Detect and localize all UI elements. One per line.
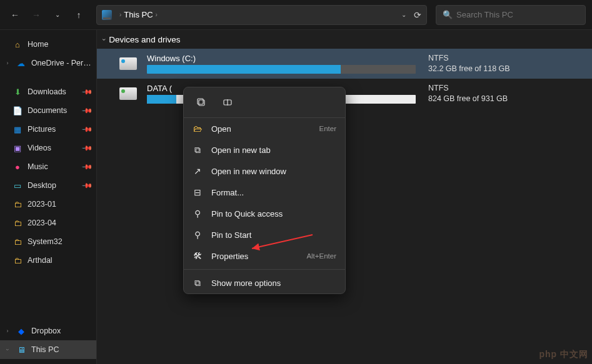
sidebar-item-music[interactable]: ● Music 📌 (0, 157, 96, 176)
chevron-right-icon: › (119, 11, 121, 18)
context-item-open[interactable]: 🗁 Open Enter (184, 118, 345, 139)
sidebar-item-label: Dropbox (31, 327, 61, 335)
context-item-pin-quick-access[interactable]: ⚲ Pin to Quick access (184, 203, 345, 224)
drive-row-windows-c[interactable]: Windows (C:) NTFS 32.2 GB free of 118 GB (97, 49, 592, 79)
drive-meta: NTFS 824 GB free of 931 GB (428, 83, 508, 105)
nav-back-button[interactable]: ← (6, 6, 24, 24)
separator (184, 269, 345, 270)
group-header-devices[interactable]: › Devices and drives (97, 30, 592, 49)
context-item-open-new-window[interactable]: ↗ Open in new window (184, 160, 345, 182)
context-item-pin-start[interactable]: ⚲ Pin to Start (184, 224, 345, 245)
search-icon: 🔍 (443, 10, 453, 19)
context-item-label: Properties (211, 252, 248, 261)
drive-name: Windows (C:) (147, 54, 416, 63)
watermark: php 中文网 (539, 349, 588, 360)
sidebar-item-downloads[interactable]: ⬇ Downloads 📌 (0, 82, 96, 101)
drive-filesystem: NTFS (428, 83, 508, 94)
pictures-icon: ▦ (13, 124, 23, 134)
sidebar-item-pictures[interactable]: ▦ Pictures 📌 (0, 120, 96, 139)
format-icon: ⊟ (193, 187, 203, 197)
context-item-label: Pin to Quick access (211, 209, 283, 219)
context-item-shortcut: Alt+Enter (306, 252, 336, 260)
sidebar-item-label: Documents (28, 106, 67, 115)
refresh-button[interactable]: ⟳ (414, 10, 421, 20)
drive-meta: NTFS 32.2 GB free of 118 GB (428, 53, 510, 75)
sidebar-item-label: Pictures (28, 125, 56, 134)
context-item-properties[interactable]: 🛠 Properties Alt+Enter (184, 245, 345, 267)
copy-icon (196, 97, 206, 107)
address-bar[interactable]: › This PC › ⌄ ⟳ (96, 5, 427, 25)
sidebar-item-label: Downloads (28, 87, 66, 96)
sidebar-item-onedrive[interactable]: › ☁ OneDrive - Perso (0, 54, 96, 72)
drive-icon (119, 57, 137, 70)
sidebar-item-folder[interactable]: 🗀 2023-01 (0, 195, 96, 214)
context-item-format[interactable]: ⊟ Format... (184, 182, 345, 203)
nav-forward-button[interactable]: → (28, 6, 45, 24)
sidebar-item-label: 2023-01 (28, 200, 56, 209)
pin-icon: 📌 (81, 104, 93, 116)
sidebar-item-documents[interactable]: 📄 Documents 📌 (0, 101, 96, 120)
context-item-show-more[interactable]: ⧉ Show more options (184, 272, 345, 293)
group-header-label: Devices and drives (109, 35, 180, 44)
context-item-label: Show more options (211, 278, 281, 288)
more-options-icon: ⧉ (193, 278, 203, 288)
pin-icon: 📌 (81, 123, 93, 135)
pc-icon: 🖥 (16, 345, 26, 355)
download-icon: ⬇ (13, 87, 23, 97)
sidebar-item-label: Arthdal (28, 256, 53, 265)
pin-icon: 📌 (81, 160, 93, 172)
sidebar-item-dropbox[interactable]: › ◆ Dropbox (0, 322, 96, 340)
folder-icon: 🗀 (13, 237, 23, 247)
context-item-label: Open in new tab (211, 145, 271, 155)
folder-icon: 🗀 (13, 199, 23, 209)
navigation-pane: ⌂ Home › ☁ OneDrive - Perso ⬇ Downloads … (0, 30, 97, 364)
drive-filesystem: NTFS (428, 53, 510, 64)
sidebar-item-label: Desktop (28, 181, 56, 190)
sidebar-item-home[interactable]: ⌂ Home (0, 35, 96, 54)
drive-free-space: 32.2 GB free of 118 GB (428, 64, 510, 75)
pin-icon: 📌 (81, 179, 93, 191)
context-item-label: Open in new window (211, 167, 286, 176)
copy-button[interactable] (193, 94, 210, 111)
folder-icon: 🗀 (13, 218, 23, 228)
drive-usage-bar (147, 65, 416, 74)
chevron-right-icon: › (156, 11, 158, 18)
nav-recent-dropdown[interactable]: ⌄ (49, 6, 66, 24)
sidebar-item-videos[interactable]: ▣ Videos 📌 (0, 139, 96, 157)
context-menu-topbar (184, 87, 345, 118)
chevron-down-icon: › (4, 346, 11, 353)
rename-button[interactable] (219, 94, 236, 111)
svg-rect-1 (198, 99, 203, 104)
address-dropdown-icon[interactable]: ⌄ (401, 11, 406, 18)
search-box[interactable]: 🔍 (436, 5, 586, 25)
breadcrumb-root[interactable]: This PC (124, 10, 153, 19)
chevron-right-icon: › (4, 328, 11, 334)
sidebar-item-desktop[interactable]: ▭ Desktop 📌 (0, 176, 96, 195)
context-item-label: Format... (211, 188, 244, 197)
sidebar-item-this-pc[interactable]: › 🖥 This PC (0, 340, 96, 359)
rename-icon (223, 97, 233, 107)
cloud-icon: ☁ (16, 58, 26, 68)
sidebar-item-folder[interactable]: 🗀 System32 (0, 232, 96, 251)
new-window-icon: ↗ (193, 166, 203, 176)
sidebar-item-label: System32 (28, 237, 63, 246)
drive-icon (119, 87, 137, 100)
pin-icon: ⚲ (193, 209, 203, 219)
sidebar-item-label: This PC (31, 345, 59, 354)
folder-open-icon: 🗁 (193, 124, 203, 134)
sidebar-item-folder[interactable]: 🗀 2023-04 (0, 214, 96, 232)
context-item-open-new-tab[interactable]: ⧉ Open in new tab (184, 139, 345, 160)
pin-icon: 📌 (81, 142, 93, 154)
chevron-down-icon: › (101, 38, 108, 40)
context-item-label: Pin to Start (211, 230, 251, 240)
documents-icon: 📄 (13, 106, 23, 116)
nav-up-button[interactable]: ↑ (70, 6, 88, 24)
sidebar-item-label: Home (28, 40, 48, 49)
context-menu: 🗁 Open Enter ⧉ Open in new tab ↗ Open in… (183, 87, 346, 294)
dropbox-icon: ◆ (16, 326, 26, 336)
home-icon: ⌂ (13, 39, 23, 49)
search-input[interactable] (456, 10, 579, 19)
pin-icon: 📌 (81, 86, 93, 97)
sidebar-item-folder[interactable]: 🗀 Arthdal (0, 251, 96, 270)
properties-icon: 🛠 (193, 251, 203, 261)
